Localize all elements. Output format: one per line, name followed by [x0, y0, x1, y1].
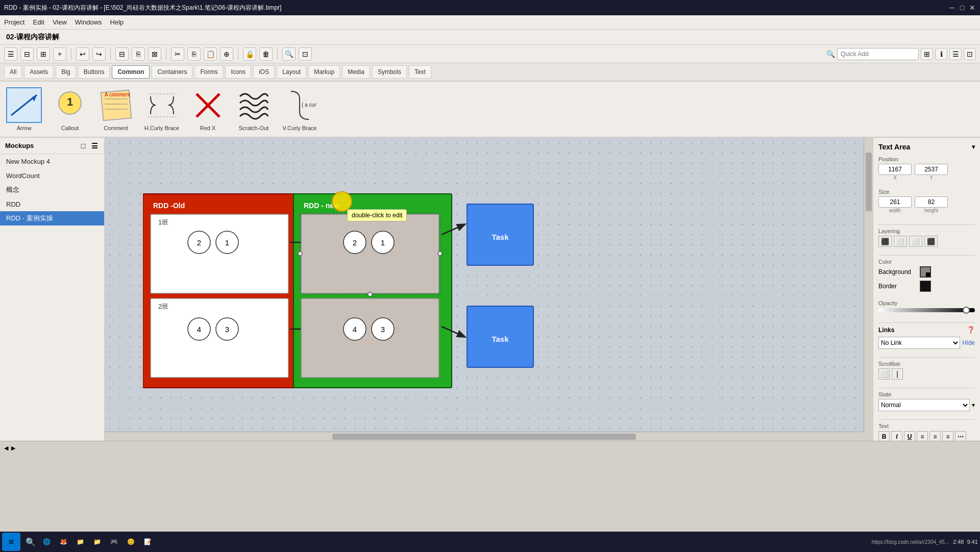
cat-icons[interactable]: Icons	[225, 65, 251, 79]
sidebar-item-wordcount[interactable]: WordCount	[0, 168, 104, 183]
comp-hcurly[interactable]: H.Curly Brace	[144, 87, 180, 131]
comp-callout[interactable]: 1 Callout	[52, 87, 88, 131]
cat-layout[interactable]: Layout	[277, 65, 306, 79]
help-icon[interactable]: ❓	[967, 326, 975, 334]
scroll-left-button[interactable]: ◀	[4, 445, 8, 451]
taskbar-app-browser[interactable]: 🌐	[39, 533, 55, 550]
text-underline-button[interactable]: U	[904, 431, 915, 441]
sidebar-new-button[interactable]: □	[79, 141, 88, 150]
sidebar-item-rdd-shili[interactable]: RDD - 案例实操	[0, 211, 104, 225]
text-align-center-button[interactable]: ≡	[929, 431, 941, 441]
cat-buttons[interactable]: Buttons	[78, 65, 110, 79]
list-button[interactable]: ☰	[949, 48, 962, 60]
text-more-button[interactable]: ⋯	[955, 431, 966, 441]
scroll-right-button[interactable]: ▶	[11, 445, 15, 451]
minimize-button[interactable]: ─	[948, 4, 955, 11]
canvas-area[interactable]: RDD -Old RDD - new 1班 2 1	[105, 138, 873, 441]
text-align-left-button[interactable]: ≡	[917, 431, 928, 441]
cat-ios[interactable]: iOS	[253, 65, 275, 79]
opacity-slider[interactable]	[878, 308, 975, 312]
cat-media[interactable]: Media	[342, 65, 370, 79]
maximize-button[interactable]: □	[959, 4, 966, 11]
info-button[interactable]: ℹ	[935, 48, 947, 60]
diagram-svg[interactable]: RDD -Old RDD - new 1班 2 1	[143, 184, 567, 398]
layer-front-button[interactable]: ⬛	[878, 236, 892, 247]
comp-vcurly[interactable]: { a curlybrace V.Curly Brace	[282, 87, 317, 131]
taskbar-app-firefox[interactable]: 🦊	[56, 533, 71, 550]
layer-backward-button[interactable]: ⬜	[909, 236, 922, 247]
copy-button[interactable]: ⎘	[187, 47, 201, 61]
sidebar-toggle-button[interactable]: ☰	[4, 47, 17, 61]
grid-view2-button[interactable]: ⊞	[37, 47, 50, 61]
cut-button[interactable]: ✂	[171, 47, 184, 61]
comp-redx[interactable]: Red X	[190, 87, 226, 131]
lock-button[interactable]: 🔒	[243, 47, 256, 61]
text-bold-button[interactable]: B	[878, 431, 890, 441]
sidebar-item-rdd[interactable]: RDD	[0, 197, 104, 211]
menu-edit[interactable]: Edit	[33, 18, 44, 26]
links-dropdown[interactable]: No Link	[878, 337, 960, 349]
redo-button[interactable]: ↪	[92, 47, 106, 61]
grid-view-button[interactable]: ⊟	[20, 47, 34, 61]
cat-forms[interactable]: Forms	[194, 65, 223, 79]
paste2-button[interactable]: ⊕	[220, 47, 233, 61]
comp-arrow[interactable]: Arrow	[6, 87, 42, 131]
h-scroll-thumb[interactable]	[332, 434, 636, 440]
menu-view[interactable]: View	[53, 18, 67, 26]
opacity-thumb[interactable]	[963, 307, 970, 314]
more-button[interactable]: ⊡	[964, 48, 976, 60]
scrollbar-vertical-button[interactable]: |	[892, 368, 903, 380]
print-button[interactable]: ⊠	[148, 47, 161, 61]
cat-all[interactable]: All	[4, 65, 22, 79]
paste-button[interactable]: 📋	[204, 47, 217, 61]
export-button[interactable]: ⎘	[132, 47, 145, 61]
start-button[interactable]: ⊞	[2, 533, 20, 551]
cat-text[interactable]: Text	[409, 65, 431, 79]
border-color-picker[interactable]	[920, 281, 931, 292]
undo-button[interactable]: ↩	[76, 47, 89, 61]
hide-link-button[interactable]: Hide	[962, 339, 975, 346]
cat-big[interactable]: Big	[56, 65, 76, 79]
background-color-picker[interactable]	[920, 266, 931, 278]
search-button[interactable]: 🔍	[282, 47, 296, 61]
delete-button[interactable]: 🗑	[259, 47, 273, 61]
menu-help[interactable]: Help	[110, 18, 124, 26]
size-width-input[interactable]	[878, 196, 912, 208]
cat-assets[interactable]: Assets	[24, 65, 54, 79]
cat-common[interactable]: Common	[112, 65, 150, 79]
position-x-input[interactable]	[878, 164, 912, 175]
save-button[interactable]: ⊟	[115, 47, 129, 61]
sidebar-menu-button[interactable]: ☰	[90, 141, 99, 150]
diagram-container[interactable]: RDD -Old RDD - new 1班 2 1	[143, 184, 567, 399]
scrollbar-none-button[interactable]: ⬜	[878, 368, 890, 380]
taskbar-app-explorer[interactable]: 📁	[72, 533, 88, 550]
cat-containers[interactable]: Containers	[152, 65, 192, 79]
comp-scratch[interactable]: Scratch-Out	[236, 87, 272, 131]
state-dropdown[interactable]: Normal	[878, 399, 970, 411]
quick-add-input[interactable]	[837, 48, 919, 60]
cat-symbols[interactable]: Symbols	[372, 65, 407, 79]
comp-comment[interactable]: A comment Comment	[98, 87, 134, 131]
horizontal-scrollbar[interactable]	[105, 432, 864, 441]
layer-back-button[interactable]: ⬛	[924, 236, 938, 247]
menu-windows[interactable]: Windows	[75, 18, 102, 26]
taskbar-search-icon[interactable]: 🔍	[23, 535, 38, 549]
position-y-input[interactable]	[915, 164, 948, 175]
vertical-scrollbar[interactable]	[864, 138, 873, 432]
chevron-down-icon[interactable]: ▾	[972, 143, 975, 150]
sidebar-item-new-mockup-4[interactable]: New Mockup 4	[0, 154, 104, 168]
full-screen-button[interactable]: ⊞	[921, 48, 933, 60]
layer-forward-button[interactable]: ⬜	[894, 236, 907, 247]
cat-markup[interactable]: Markup	[308, 65, 340, 79]
text-align-right-button[interactable]: ≡	[942, 431, 953, 441]
v-scroll-thumb[interactable]	[866, 153, 872, 211]
taskbar-app-game[interactable]: 🎮	[106, 533, 122, 550]
add-button[interactable]: ＋	[53, 47, 66, 61]
taskbar-app-note[interactable]: 📝	[140, 533, 156, 550]
text-italic-button[interactable]: I	[891, 431, 902, 441]
taskbar-app-explorer2[interactable]: 📁	[89, 533, 105, 550]
close-button[interactable]: ✕	[969, 4, 976, 11]
sidebar-item-gainian[interactable]: 概念	[0, 183, 104, 197]
taskbar-app-emoji[interactable]: 😊	[123, 533, 139, 550]
zoom-button[interactable]: ⊡	[299, 47, 312, 61]
